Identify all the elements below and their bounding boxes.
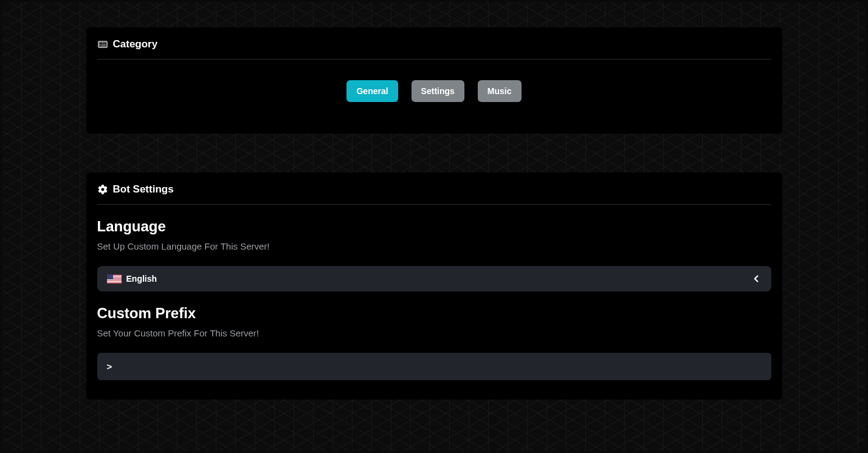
language-description: Set Up Custom Language For This Server! bbox=[97, 241, 771, 251]
bot-settings-panel: Bot Settings Language Set Up Custom Lang… bbox=[86, 172, 782, 400]
category-tabs: General Settings Music bbox=[97, 60, 771, 114]
svg-rect-4 bbox=[101, 44, 106, 45]
svg-rect-5 bbox=[101, 46, 106, 46]
prefix-description: Set Your Custom Prefix For This Server! bbox=[97, 328, 771, 338]
list-icon bbox=[97, 39, 108, 50]
chevron-left-icon bbox=[751, 273, 762, 284]
tab-settings[interactable]: Settings bbox=[412, 80, 464, 102]
language-section: Language Set Up Custom Language For This… bbox=[97, 205, 771, 291]
category-panel: Category General Settings Music bbox=[86, 27, 782, 134]
svg-rect-2 bbox=[99, 46, 100, 46]
gear-icon bbox=[97, 184, 108, 195]
language-selected-label: English bbox=[126, 274, 157, 284]
svg-rect-3 bbox=[101, 43, 106, 43]
tab-general[interactable]: General bbox=[346, 80, 398, 102]
bot-settings-header: Bot Settings bbox=[97, 183, 771, 205]
category-title: Category bbox=[113, 38, 158, 50]
us-flag-icon bbox=[107, 274, 122, 284]
language-heading: Language bbox=[97, 218, 771, 235]
prefix-heading: Custom Prefix bbox=[97, 305, 771, 322]
prefix-input[interactable] bbox=[97, 353, 771, 380]
tab-music[interactable]: Music bbox=[478, 80, 522, 102]
language-select[interactable]: English bbox=[97, 266, 771, 291]
bot-settings-title: Bot Settings bbox=[113, 183, 174, 196]
prefix-section: Custom Prefix Set Your Custom Prefix For… bbox=[97, 291, 771, 380]
language-select-value: English bbox=[107, 274, 157, 284]
category-panel-header: Category bbox=[97, 38, 771, 60]
svg-rect-0 bbox=[99, 43, 100, 43]
svg-rect-1 bbox=[99, 44, 100, 44]
